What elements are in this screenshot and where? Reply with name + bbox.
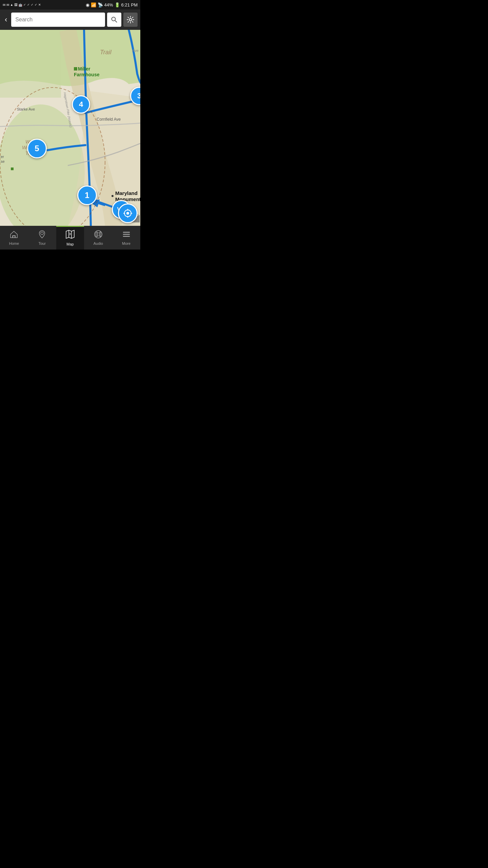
nav-home[interactable]: Home <box>0 226 28 250</box>
map-area[interactable]: Hagerstown Pike (historic) Trail Ave Smo… <box>0 30 140 226</box>
map-icon <box>65 229 75 241</box>
marker-1[interactable]: 1 <box>77 185 97 205</box>
svg-point-42 <box>69 233 71 235</box>
svg-line-1 <box>115 21 117 23</box>
map-background: Hagerstown Pike (historic) Trail Ave Smo… <box>0 30 140 226</box>
svg-point-39 <box>41 232 43 235</box>
location-button[interactable] <box>118 203 138 223</box>
nav-more[interactable]: More <box>112 226 140 250</box>
location-target-icon <box>123 208 133 218</box>
back-button[interactable]: ‹ <box>3 14 9 25</box>
search-icon <box>111 16 118 23</box>
audio-icon <box>94 230 103 240</box>
check2-icon: ✓ <box>27 3 30 6</box>
audio-label: Audio <box>94 241 103 245</box>
search-button[interactable] <box>107 13 121 27</box>
time: 6:21 PM <box>121 2 138 7</box>
svg-point-33 <box>126 212 129 215</box>
check3-icon: ✓ <box>31 3 34 6</box>
svg-rect-28 <box>11 167 14 170</box>
svg-text:Farmhouse: Farmhouse <box>74 72 100 77</box>
more-label: More <box>122 241 130 245</box>
nav-audio[interactable]: Audio <box>84 226 112 250</box>
nav-tour[interactable]: Tour <box>28 226 56 250</box>
settings-button[interactable] <box>123 13 138 27</box>
search-bar: ‹ <box>0 9 140 30</box>
tour-icon <box>38 230 46 240</box>
tour-label: Tour <box>38 241 45 245</box>
drive-icon: ▲ <box>10 3 13 6</box>
signal-icon: 📡 <box>98 2 103 7</box>
svg-point-2 <box>129 19 132 21</box>
svg-text:Miller: Miller <box>78 66 90 72</box>
svg-point-22 <box>111 195 114 197</box>
mail2-icon: ✉ <box>6 3 9 7</box>
svg-text:Trail: Trail <box>100 49 112 56</box>
x-icon: ✕ <box>38 3 41 6</box>
svg-rect-12 <box>74 67 77 71</box>
nav-map[interactable]: Map <box>56 226 84 250</box>
bottom-nav: Home Tour Map <box>0 226 140 250</box>
svg-point-0 <box>112 17 116 21</box>
status-bar: ✉ ✉ ▲ 🖼 🤖 ✓ ✓ ✓ ✓ ✕ ◉ 📶 📡 44% 🔋 6:21 PM <box>0 0 140 9</box>
home-label: Home <box>9 241 19 245</box>
map-label: Map <box>66 242 74 246</box>
svg-rect-38 <box>13 236 15 238</box>
wifi-icon: 📶 <box>91 2 96 7</box>
location-status-icon: ◉ <box>86 2 89 7</box>
home-icon <box>9 230 18 240</box>
status-icons-left: ✉ ✉ ▲ 🖼 🤖 ✓ ✓ ✓ ✓ ✕ <box>3 3 41 7</box>
marker-4[interactable]: 4 <box>72 95 90 114</box>
check4-icon: ✓ <box>35 3 37 6</box>
check-icon: ✓ <box>23 3 26 6</box>
gear-icon <box>127 16 134 23</box>
status-right: ◉ 📶 📡 44% 🔋 6:21 PM <box>86 2 138 7</box>
battery-icon: 🔋 <box>115 2 120 7</box>
svg-text:er: er <box>1 155 4 159</box>
svg-text:Cornfield Ave: Cornfield Ave <box>97 117 121 122</box>
more-icon <box>122 230 131 240</box>
mail-icon: ✉ <box>3 3 5 7</box>
svg-text:se: se <box>1 159 5 163</box>
svg-text:Maryland: Maryland <box>115 190 138 196</box>
marker-5[interactable]: 5 <box>27 139 47 158</box>
svg-rect-44 <box>97 233 99 236</box>
search-input-wrapper <box>11 13 105 27</box>
search-input[interactable] <box>15 17 101 23</box>
svg-text:Starke Ave: Starke Ave <box>17 107 35 111</box>
android-icon: 🤖 <box>18 3 22 7</box>
svg-text:Ave: Ave <box>132 48 139 53</box>
battery-text: 44% <box>104 2 113 7</box>
image-icon: 🖼 <box>14 3 17 6</box>
